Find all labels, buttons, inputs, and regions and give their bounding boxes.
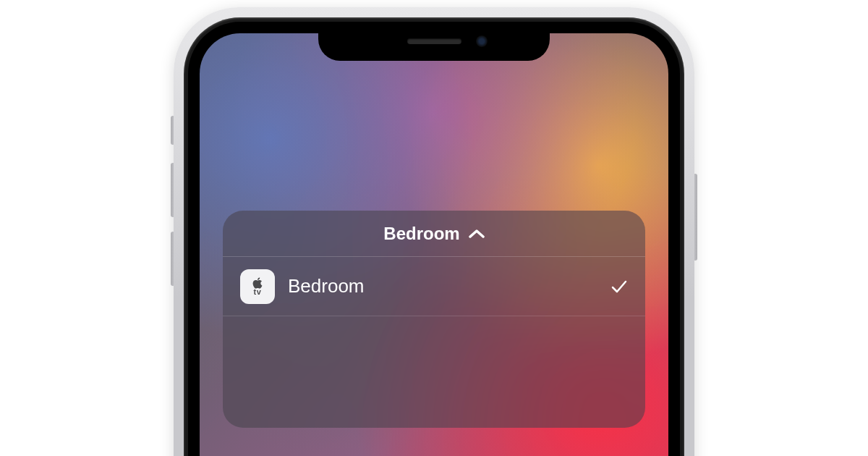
chevron-up-icon: [469, 229, 485, 239]
appletv-icon-text: tv: [254, 288, 262, 296]
phone-outer-shell: Bedroom: [174, 7, 694, 456]
phone-speaker: [407, 38, 461, 44]
panel-header-toggle[interactable]: Bedroom: [223, 211, 645, 257]
panel-title: Bedroom: [383, 224, 459, 244]
phone-screen-border: Bedroom: [188, 22, 680, 456]
device-label: Bedroom: [288, 275, 597, 297]
checkmark-icon: [610, 279, 628, 294]
phone-bezel: Bedroom: [184, 17, 684, 456]
phone-screen: Bedroom: [200, 33, 668, 456]
appletv-icon: tv: [240, 269, 275, 304]
phone-notch: [318, 22, 550, 61]
phone-front-camera: [476, 35, 488, 47]
remote-device-panel: Bedroom: [223, 211, 645, 428]
device-row-bedroom[interactable]: tv Bedroom: [223, 257, 645, 316]
phone-device-frame: Bedroom: [174, 7, 694, 456]
